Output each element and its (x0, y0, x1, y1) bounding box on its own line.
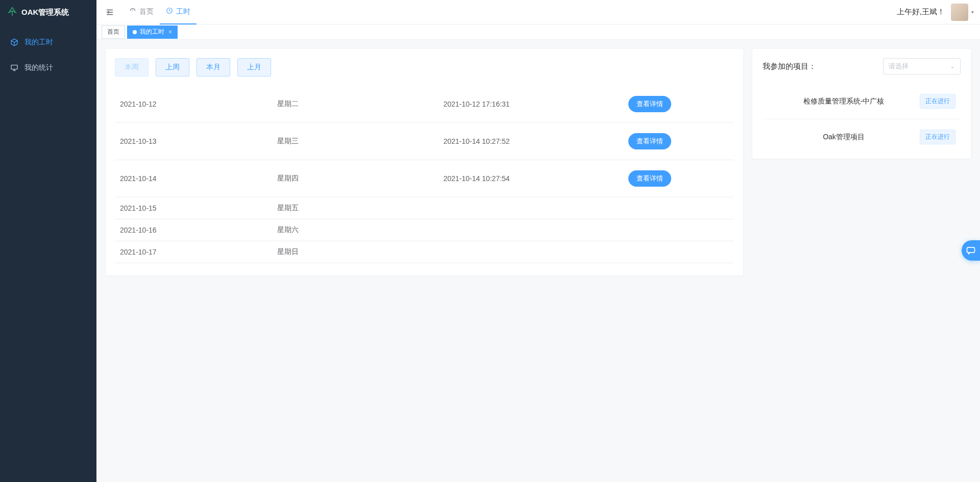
tab-label: 首页 (107, 28, 119, 36)
cell-weekday: 星期四 (272, 160, 438, 197)
sidebar-item-label: 我的工时 (24, 38, 53, 47)
topnav-label: 工时 (176, 7, 190, 16)
collapse-sidebar-button[interactable] (103, 5, 117, 19)
cell-action (623, 197, 734, 219)
projects-card: 我参加的项目： 请选择 ⌄ 检修质量管理系统-中广核正在进行Oak管理项目正在进… (752, 49, 971, 159)
dashboard-icon (129, 7, 136, 16)
tab-my-hours[interactable]: 我的工时 × (127, 26, 178, 39)
menu-collapse-icon (105, 8, 114, 17)
topnav-hours[interactable]: 工时 (160, 0, 197, 24)
topnav: 首页 工时 (123, 0, 197, 24)
range-last-week[interactable]: 上周 (156, 58, 189, 77)
content: 本周 上周 本月 上月 2021-10-12星期二2021-10-12 17:1… (96, 40, 980, 482)
leaf-icon (7, 7, 17, 18)
cell-action: 查看详情 (623, 86, 734, 123)
range-last-month[interactable]: 上月 (237, 58, 271, 77)
table-row: 2021-10-15星期五 (115, 197, 734, 219)
cell-timestamp (438, 241, 623, 263)
cell-timestamp: 2021-10-12 17:16:31 (438, 86, 623, 123)
table-row: 2021-10-14星期四2021-10-14 10:27:54查看详情 (115, 160, 734, 197)
tab-label: 我的工时 (140, 28, 164, 36)
cell-weekday: 星期日 (272, 241, 438, 263)
sidebar-menu: 我的工时 我的统计 (0, 24, 96, 81)
app-logo: OAK管理系统 (0, 0, 96, 24)
view-detail-button[interactable]: 查看详情 (628, 170, 671, 187)
cell-weekday: 星期二 (272, 86, 438, 123)
cell-date: 2021-10-12 (115, 86, 272, 123)
select-placeholder: 请选择 (889, 62, 909, 71)
cell-weekday: 星期五 (272, 197, 438, 219)
cell-action (623, 241, 734, 263)
cell-action: 查看详情 (623, 123, 734, 160)
project-item: 检修质量管理系统-中广核正在进行 (763, 84, 961, 119)
cell-date: 2021-10-15 (115, 197, 272, 219)
avatar (951, 4, 968, 21)
close-icon[interactable]: × (168, 29, 172, 36)
project-item: Oak管理项目正在进行 (763, 119, 961, 155)
projects-title: 我参加的项目： (763, 62, 816, 71)
view-detail-button[interactable]: 查看详情 (628, 133, 671, 149)
project-status-button[interactable]: 正在进行 (920, 130, 955, 144)
project-name: Oak管理项目 (768, 133, 920, 142)
topnav-home[interactable]: 首页 (123, 0, 160, 24)
chevron-down-icon: ⌄ (950, 63, 955, 70)
project-name: 检修质量管理系统-中广核 (768, 97, 920, 106)
cell-date: 2021-10-16 (115, 219, 272, 241)
user-menu[interactable]: ▾ (951, 4, 974, 21)
cell-date: 2021-10-17 (115, 241, 272, 263)
cell-timestamp: 2021-10-14 10:27:52 (438, 123, 623, 160)
chat-icon (966, 245, 976, 256)
projects-list: 检修质量管理系统-中广核正在进行Oak管理项目正在进行 (763, 84, 961, 155)
cell-weekday: 星期三 (272, 123, 438, 160)
monitor-icon (10, 64, 18, 72)
cell-timestamp (438, 197, 623, 219)
table-row: 2021-10-13星期三2021-10-14 10:27:52查看详情 (115, 123, 734, 160)
cell-action: 查看详情 (623, 160, 734, 197)
main-region: 首页 工时 上午好,王斌！ ▾ 首页 我的工时 × (96, 0, 980, 482)
table-row: 2021-10-16星期六 (115, 219, 734, 241)
sidebar-item-my-hours[interactable]: 我的工时 (0, 30, 96, 55)
range-buttons: 本周 上周 本月 上月 (115, 58, 734, 77)
tab-home[interactable]: 首页 (102, 26, 125, 39)
range-this-week[interactable]: 本周 (115, 58, 149, 77)
hours-table: 2021-10-12星期二2021-10-12 17:16:31查看详情2021… (115, 86, 734, 263)
greeting-text: 上午好,王斌！ (897, 7, 945, 17)
projects-select[interactable]: 请选择 ⌄ (883, 58, 961, 74)
hours-card: 本周 上周 本月 上月 2021-10-12星期二2021-10-12 17:1… (106, 49, 743, 275)
table-row: 2021-10-17星期日 (115, 241, 734, 263)
cell-action (623, 219, 734, 241)
cell-timestamp (438, 219, 623, 241)
cell-weekday: 星期六 (272, 219, 438, 241)
cell-timestamp: 2021-10-14 10:27:54 (438, 160, 623, 197)
view-detail-button[interactable]: 查看详情 (628, 96, 671, 112)
sidebar-item-my-stats[interactable]: 我的统计 (0, 55, 96, 81)
chat-float-button[interactable] (962, 240, 980, 261)
tabs-bar: 首页 我的工时 × (96, 24, 980, 40)
clock-icon (166, 7, 173, 16)
chevron-down-icon: ▾ (971, 9, 974, 15)
sidebar: OAK管理系统 我的工时 我的统计 (0, 0, 96, 482)
topbar: 首页 工时 上午好,王斌！ ▾ (96, 0, 980, 24)
active-dot-icon (133, 30, 137, 34)
sidebar-item-label: 我的统计 (24, 63, 53, 72)
topnav-label: 首页 (139, 7, 154, 16)
cell-date: 2021-10-13 (115, 123, 272, 160)
cube-icon (10, 38, 18, 46)
project-status-button[interactable]: 正在进行 (920, 94, 955, 109)
projects-header: 我参加的项目： 请选择 ⌄ (763, 58, 961, 74)
svg-rect-0 (11, 65, 17, 69)
range-this-month[interactable]: 本月 (197, 58, 230, 77)
table-row: 2021-10-12星期二2021-10-12 17:16:31查看详情 (115, 86, 734, 123)
cell-date: 2021-10-14 (115, 160, 272, 197)
app-title: OAK管理系统 (21, 8, 69, 17)
